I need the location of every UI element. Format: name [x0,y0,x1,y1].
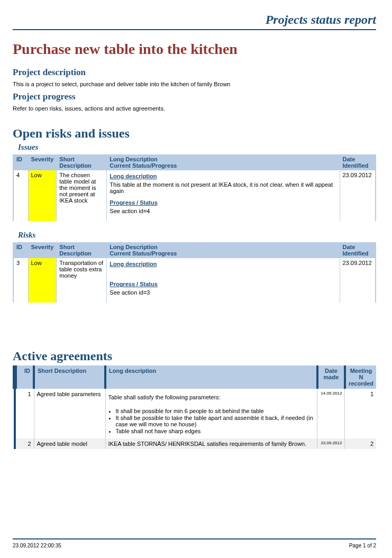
issue-severity: Low [28,170,57,221]
document-header-title: Projects status report [13,13,376,30]
risk-long: Long description Progress / Status See a… [107,258,340,303]
table-row: 4 Low The chosen table model at the mome… [13,170,376,221]
table-row: 3 Low Transportation of table costs extr… [13,258,376,303]
agreement-meeting: 2 [345,438,376,449]
issue-date: 23.09.2012 [340,170,376,221]
issue-short: The chosen table model at the moment is … [57,170,107,221]
agreement-date: 14.09.2012 [317,389,345,438]
footer-timestamp: 23.09.2012 22:00:35 [13,543,61,548]
agreement-meeting: 1 [345,389,376,438]
col-long: Long Description Current Status/Progress [107,154,340,170]
col-date: Date made [317,365,345,389]
risk-id: 3 [13,258,28,303]
col-long: Long Description Current Status/Progress [107,242,340,258]
table-row: 1 Agreed table parameters Table shall sa… [15,389,376,438]
project-progress-text: Refer to open risks, issues, actions and… [13,105,376,112]
issues-table: ID Severity Short Description Long Descr… [13,154,376,221]
col-short: Short Description [57,154,107,170]
risk-date: 23.09.2012 [340,258,376,303]
agreement-id: 2 [15,438,34,449]
col-date: Date Identified [340,154,376,170]
footer-page: Page 1 of 2 [349,543,376,548]
issue-long: Long description This table at the momen… [107,170,340,221]
risk-severity: Low [28,258,57,303]
page-footer: 23.09.2012 22:00:35 Page 1 of 2 [13,538,376,548]
col-date: Date Identified [340,242,376,258]
col-short: Short Description [57,242,107,258]
issue-id: 4 [13,170,28,221]
col-id: ID [13,154,28,170]
agreement-short: Agreed table model [34,438,105,449]
issues-subheading: Issues [18,143,376,152]
agreement-short: Agreed table parameters [34,389,105,438]
project-progress-heading: Project progress [13,92,376,102]
col-id: ID [13,242,28,258]
table-row: 2 Agreed table model IKEA table STORNÄS/… [15,438,376,449]
col-short: Short Description [34,365,105,389]
agreement-id: 1 [15,389,34,438]
col-id: ID [15,365,34,389]
risk-short: Transportation of table costs extra mone… [57,258,107,303]
project-title: Purchase new table into the kitchen [13,41,376,58]
agreement-long: Table shall satisfy the following parame… [105,389,317,438]
agreement-long: IKEA table STORNÄS/ HENRIKSDAL satisfies… [105,438,317,449]
project-description-text: This is a project to select, purchase an… [13,81,376,87]
col-severity: Severity [28,154,57,170]
project-description-heading: Project description [13,67,376,78]
agreements-table: ID Short Description Long description Da… [13,365,376,449]
col-meeting: Meeting N recorded [345,365,376,389]
risks-issues-heading: Open risks and issues [13,126,376,141]
risks-subheading: Risks [18,231,376,240]
agreements-heading: Active agreements [13,349,376,363]
col-severity: Severity [28,242,57,258]
risks-table: ID Severity Short Description Long Descr… [13,242,376,303]
col-long: Long description [105,365,317,389]
agreement-date: 23.09.2012 [317,438,345,449]
